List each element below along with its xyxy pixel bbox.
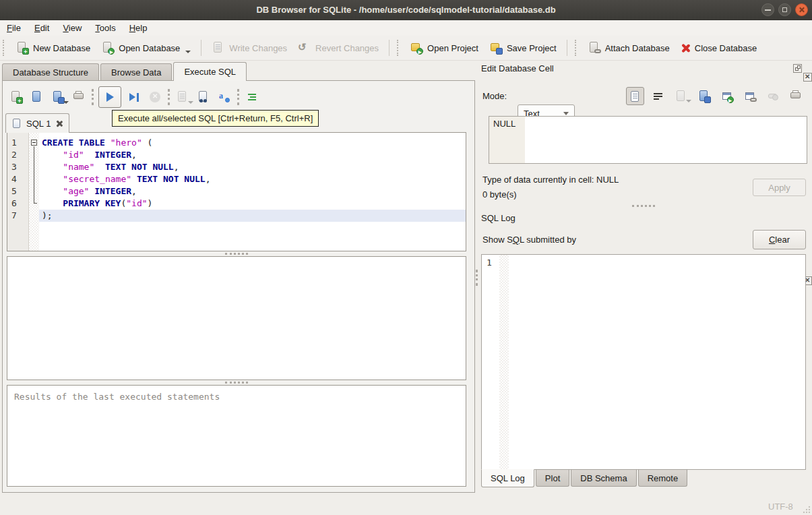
menu-tools[interactable]: Tools: [88, 20, 122, 36]
dock-tab-plot[interactable]: Plot: [536, 470, 569, 487]
sql-document-tab[interactable]: SQL 1: [5, 113, 69, 133]
editor-grid-splitter[interactable]: [225, 253, 248, 255]
sql-editor[interactable]: 1 2 3 4 5 6 7 CREATE TABLE "hero" ( "id"…: [7, 132, 466, 251]
maximize-button[interactable]: [778, 3, 791, 16]
open-project-button[interactable]: ▸ Open Project: [404, 38, 484, 57]
tab-browse-data[interactable]: Browse Data: [100, 63, 172, 81]
cell-edit-area[interactable]: NULL: [489, 116, 807, 164]
window-title: DB Browser for SQLite - /home/user/code/…: [0, 0, 812, 20]
execute-all-button[interactable]: [98, 86, 121, 108]
main-tab-bar: Database Structure Browse Data Execute S…: [2, 62, 248, 81]
set-null-icon: [768, 94, 777, 98]
new-database-icon: +: [15, 41, 29, 55]
maximize-icon: [782, 7, 787, 12]
minimize-button[interactable]: [761, 3, 774, 16]
close-button[interactable]: [795, 3, 808, 16]
attach-database-icon: [588, 41, 601, 55]
execute-line-button[interactable]: [126, 89, 142, 105]
write-changes-button: Write Changes: [206, 38, 292, 57]
new-database-button[interactable]: + New Database: [10, 38, 96, 57]
chevron-down-icon: [563, 112, 569, 115]
log-line-number: 1: [487, 258, 492, 268]
code-line: PRIMARY KEY("id"): [39, 198, 466, 210]
dock-tab-bar: SQL Log Plot DB Schema Remote: [481, 470, 689, 487]
tab-database-structure[interactable]: Database Structure: [2, 63, 99, 81]
print-cell-button[interactable]: [786, 87, 805, 105]
mode-label: Mode:: [482, 91, 507, 101]
copy-link-button[interactable]: [741, 87, 759, 105]
format-sql-button[interactable]: [244, 89, 260, 105]
stop-button: [147, 89, 163, 105]
execute-tooltip: Execute all/selected SQL [Ctrl+Return, F…: [112, 110, 319, 127]
grid-results-splitter[interactable]: [225, 382, 248, 384]
menu-help[interactable]: Help: [123, 20, 154, 36]
save-results-button: [175, 89, 191, 105]
open-database-button[interactable]: ▸ Open Database: [96, 38, 196, 57]
line-number-gutter: 1 2 3 4 5 6 7: [7, 133, 29, 251]
set-null-button: [763, 87, 782, 105]
stop-icon: [150, 92, 160, 102]
dock-splitter[interactable]: [632, 205, 655, 207]
dock-tab-db-schema[interactable]: DB Schema: [571, 470, 636, 487]
sql-document-icon: [12, 118, 22, 129]
dock-close-icon[interactable]: ✕: [803, 73, 812, 82]
toolbar-drag-handle[interactable]: [3, 40, 8, 56]
autocomplete-icon: a: [219, 91, 223, 101]
result-grid[interactable]: [7, 256, 466, 380]
sql-log-dock-title: SQL Log: [481, 213, 516, 223]
menu-bar: File Edit View Tools Help: [0, 20, 812, 36]
main-vertical-splitter[interactable]: [476, 270, 478, 286]
sql-log-area[interactable]: 1: [481, 254, 806, 470]
autocomplete-button[interactable]: a: [216, 89, 232, 105]
save-project-button[interactable]: Save Project: [484, 38, 562, 57]
open-project-icon: ▸: [410, 41, 423, 55]
sql-tab-label: SQL 1: [26, 119, 51, 129]
code-line-current: );: [39, 210, 466, 222]
open-in-external-button[interactable]: ▸: [718, 87, 736, 105]
menu-file[interactable]: File: [0, 20, 28, 36]
import-icon: [677, 90, 685, 101]
sql-toolbar: + a: [8, 86, 260, 108]
fold-margin: [29, 133, 39, 251]
close-database-button[interactable]: Close Database: [675, 40, 763, 56]
dock-float-icon[interactable]: [793, 64, 802, 73]
print-sql-button[interactable]: [71, 89, 87, 105]
execute-line-icon: [129, 93, 135, 101]
code-area[interactable]: CREATE TABLE "hero" ( "id" INTEGER, "nam…: [39, 133, 466, 251]
revert-changes-button: ↺ Revert Changes: [292, 38, 384, 57]
text-mode-button[interactable]: [626, 87, 644, 105]
dock-tab-sql-log[interactable]: SQL Log: [481, 469, 534, 487]
edit-cell-dock-title: Edit Database Cell: [481, 63, 554, 73]
execute-all-icon: [106, 92, 114, 102]
word-wrap-icon: [654, 93, 662, 100]
clear-log-button[interactable]: Clear: [753, 230, 806, 249]
export-data-button[interactable]: [695, 87, 713, 105]
save-sql-file-button[interactable]: [50, 89, 66, 105]
open-database-dropdown-icon[interactable]: [185, 51, 191, 53]
find-replace-button[interactable]: [195, 89, 212, 105]
cell-editor-toolbar: ▸: [626, 87, 805, 105]
menu-edit[interactable]: Edit: [28, 20, 56, 36]
open-sql-file-button[interactable]: [29, 89, 45, 105]
results-message-pane[interactable]: Results of the last executed statements: [7, 385, 466, 487]
minimize-icon: [765, 9, 771, 11]
format-icon: [248, 94, 256, 100]
main-toolbar: + New Database ▸ Open Database Write Cha…: [0, 36, 812, 61]
code-line: "id" INTEGER,: [39, 149, 466, 161]
close-tab-icon[interactable]: [55, 120, 63, 127]
tab-execute-sql[interactable]: Execute SQL: [173, 62, 247, 81]
word-wrap-button[interactable]: [649, 87, 667, 105]
code-line: "name" TEXT NOT NULL,: [39, 161, 466, 173]
cell-type-info: Type of data currently in cell: NULL: [482, 175, 619, 185]
open-file-icon: [32, 91, 40, 102]
sql-log-filter-label: Show SQL submitted by: [482, 235, 576, 245]
menu-view[interactable]: View: [56, 20, 88, 36]
resize-grip[interactable]: [803, 506, 811, 514]
code-line: "secret_name" TEXT NOT NULL,: [39, 173, 466, 185]
save-project-icon: [489, 41, 503, 55]
cell-size-info: 0 byte(s): [482, 189, 517, 200]
new-sql-tab-button[interactable]: +: [8, 89, 24, 105]
dock-tab-remote[interactable]: Remote: [638, 470, 688, 487]
attach-database-button[interactable]: Attach Database: [582, 38, 675, 57]
fold-collapse-icon[interactable]: [31, 140, 37, 146]
